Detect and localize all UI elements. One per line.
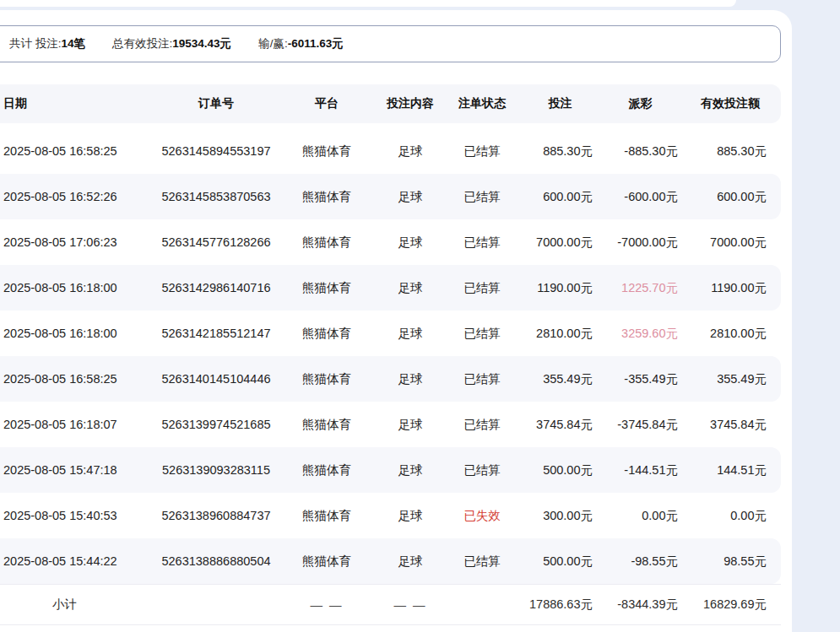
cell-valid-amount: 2810.00元	[684, 326, 777, 342]
cell-payout: 1225.70元	[597, 280, 684, 296]
cell-payout: -355.49元	[597, 371, 684, 387]
cell-platform: 熊猫体育	[274, 462, 380, 478]
cell-bet-status: 已结算	[441, 371, 523, 387]
cell-valid-amount: 7000.00元	[684, 235, 777, 251]
header-order-number: 订单号	[159, 96, 274, 111]
cell-date: 2025-08-05 16:52:26	[0, 190, 159, 203]
cell-payout: -7000.00元	[597, 235, 684, 251]
subtotal-content: — —	[380, 598, 441, 612]
cell-bet-amount: 885.30元	[523, 143, 597, 159]
cell-order-number: 5263145853870563	[159, 190, 274, 203]
cell-bet-amount: 600.00元	[523, 189, 597, 205]
table-row: 2025-08-05 16:58:25 5263145894553197 熊猫体…	[0, 128, 781, 174]
cell-platform: 熊猫体育	[274, 280, 380, 296]
cell-bet-status: 已结算	[441, 417, 523, 433]
table-row: 2025-08-05 15:40:53 5263138960884737 熊猫体…	[0, 493, 781, 538]
cell-payout: 0.00元	[597, 508, 684, 524]
table-row: 2025-08-05 16:18:00 5263142185512147 熊猫体…	[0, 311, 781, 356]
cell-valid-amount: 600.00元	[684, 189, 777, 205]
cell-platform: 熊猫体育	[274, 508, 380, 524]
cell-platform: 熊猫体育	[274, 371, 380, 387]
cell-order-number: 5263145776128266	[159, 235, 274, 249]
cell-payout: -144.51元	[597, 462, 684, 478]
cell-date: 2025-08-05 15:47:18	[0, 463, 159, 477]
cell-bet-amount: 7000.00元	[523, 235, 597, 251]
header-bet-status: 注单状态	[441, 96, 523, 111]
cell-bet-amount: 1190.00元	[523, 280, 597, 296]
cell-bet-status: 已结算	[441, 235, 523, 251]
cell-valid-amount: 1190.00元	[684, 280, 777, 296]
summary-valid-value: 19534.43元	[172, 37, 231, 50]
cell-bet-content: 足球	[380, 280, 441, 296]
cell-bet-status: 已结算	[441, 462, 523, 478]
cell-order-number: 5263138960884737	[159, 509, 274, 522]
cell-bet-status: 已结算	[441, 189, 523, 205]
table-row: 2025-08-05 17:06:23 5263145776128266 熊猫体…	[0, 219, 781, 265]
summary-total-count: 14笔	[62, 37, 86, 50]
cell-valid-amount: 3745.84元	[684, 417, 777, 433]
subtotal-bet-amount: 17886.63元	[523, 597, 597, 613]
table-row: 2025-08-05 15:44:22 5263138886880504 熊猫体…	[0, 538, 781, 584]
cell-bet-content: 足球	[380, 371, 441, 387]
subtotal-platform: — —	[274, 598, 380, 612]
cell-date: 2025-08-05 16:58:25	[0, 372, 159, 386]
header-payout: 派彩	[597, 96, 684, 111]
cell-bet-content: 足球	[380, 554, 441, 570]
cell-date: 2025-08-05 15:40:53	[0, 509, 159, 522]
cell-order-number: 5263142986140716	[159, 281, 274, 294]
cell-bet-content: 足球	[380, 235, 441, 251]
subtotal-payout: -8344.39元	[597, 597, 684, 613]
cell-bet-content: 足球	[380, 143, 441, 159]
top-page-strip	[0, 0, 736, 7]
cell-bet-status: 已结算	[441, 143, 523, 159]
header-platform: 平台	[274, 96, 380, 111]
cell-platform: 熊猫体育	[274, 189, 380, 205]
cell-bet-amount: 355.49元	[523, 371, 597, 387]
cell-payout: 3259.60元	[597, 326, 684, 342]
header-date: 日期	[0, 96, 159, 111]
cell-bet-amount: 500.00元	[523, 554, 597, 570]
bet-records-table: 日期 订单号 平台 投注内容 注单状态 投注 派彩 有效投注额 2025-08-…	[0, 84, 781, 625]
summary-valid-label: 总有效投注:	[112, 37, 172, 50]
cell-payout: -885.30元	[597, 143, 684, 159]
subtotal-row: 小计 — — — — 17886.63元 -8344.39元 16829.69元	[0, 584, 781, 625]
table-row: 2025-08-05 16:18:07 5263139974521685 熊猫体…	[0, 402, 781, 447]
cell-payout: -600.00元	[597, 189, 684, 205]
content-card: 共计 投注:14笔 总有效投注:19534.43元 输/赢:-6011.63元 …	[0, 10, 792, 632]
table-row: 2025-08-05 16:58:25 5263140145104446 熊猫体…	[0, 356, 781, 402]
cell-payout: -98.55元	[597, 554, 684, 570]
cell-bet-content: 足球	[380, 417, 441, 433]
cell-order-number: 5263138886880504	[159, 554, 274, 568]
cell-bet-status: 已结算	[441, 326, 523, 342]
cell-bet-status: 已失效	[441, 508, 523, 524]
table-body: 2025-08-05 16:58:25 5263145894553197 熊猫体…	[0, 128, 781, 584]
cell-platform: 熊猫体育	[274, 143, 380, 159]
cell-order-number: 5263139974521685	[159, 418, 274, 431]
cell-valid-amount: 885.30元	[684, 143, 777, 159]
header-valid-amount: 有效投注额	[684, 96, 777, 111]
cell-valid-amount: 355.49元	[684, 371, 777, 387]
cell-bet-amount: 2810.00元	[523, 326, 597, 342]
cell-bet-content: 足球	[380, 326, 441, 342]
summary-winloss-value: -6011.63元	[288, 37, 344, 50]
cell-order-number: 5263145894553197	[159, 144, 274, 158]
cell-platform: 熊猫体育	[274, 235, 380, 251]
cell-order-number: 5263142185512147	[159, 327, 274, 340]
cell-bet-content: 足球	[380, 508, 441, 524]
summary-total-bets: 共计 投注:14笔	[9, 36, 85, 51]
cell-order-number: 5263140145104446	[159, 372, 274, 386]
summary-bar: 共计 投注:14笔 总有效投注:19534.43元 输/赢:-6011.63元	[0, 25, 781, 62]
summary-winloss-label: 输/赢:	[258, 37, 288, 50]
cell-bet-amount: 500.00元	[523, 462, 597, 478]
table-header-row: 日期 订单号 平台 投注内容 注单状态 投注 派彩 有效投注额	[0, 84, 781, 123]
cell-bet-content: 足球	[380, 462, 441, 478]
cell-date: 2025-08-05 15:44:22	[0, 554, 159, 568]
cell-bet-amount: 300.00元	[523, 508, 597, 524]
header-bet-amount: 投注	[523, 96, 597, 111]
cell-bet-content: 足球	[380, 189, 441, 205]
summary-total-label: 共计 投注:	[9, 37, 62, 50]
cell-valid-amount: 144.51元	[684, 462, 777, 478]
cell-valid-amount: 0.00元	[684, 508, 777, 524]
cell-bet-status: 已结算	[441, 554, 523, 570]
cell-order-number: 5263139093283115	[159, 463, 274, 477]
